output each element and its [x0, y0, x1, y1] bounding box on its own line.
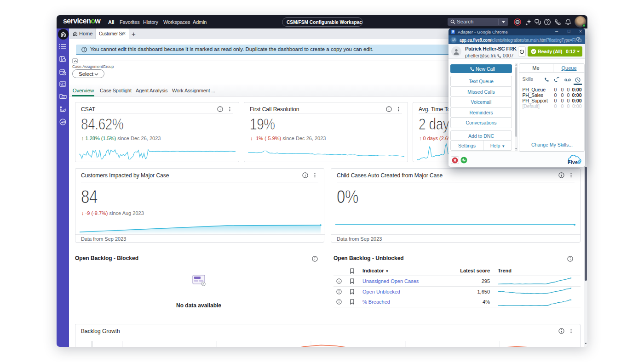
- svg-text:Five9: Five9: [568, 159, 581, 165]
